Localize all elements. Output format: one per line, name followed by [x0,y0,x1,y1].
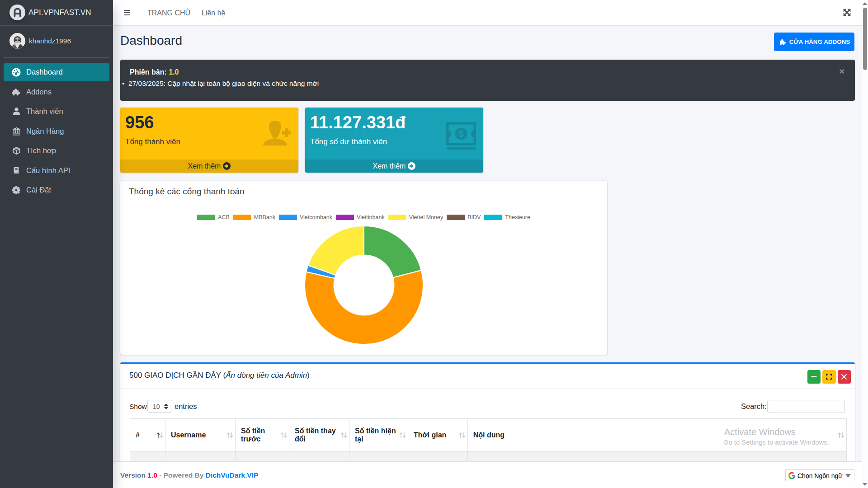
svg-text:$: $ [458,129,463,139]
